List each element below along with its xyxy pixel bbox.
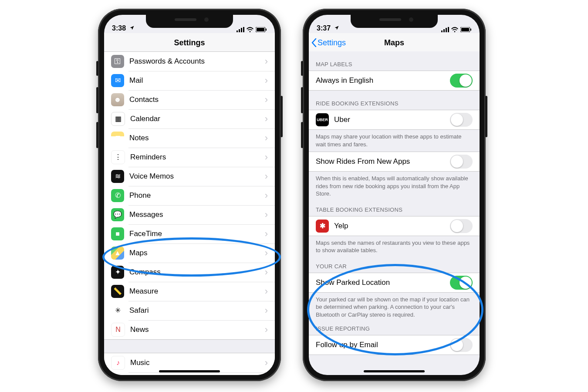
toggle-always-english[interactable] — [450, 74, 473, 88]
section-footer-parked: Your parked car will be shown on the map… — [309, 293, 480, 322]
yelp-icon: ✱ — [316, 220, 329, 233]
battery-icon — [256, 27, 267, 32]
row-yelp[interactable]: ✱ Yelp — [309, 216, 480, 236]
settings-row-maps[interactable]: ▲Maps› — [104, 243, 275, 263]
row-label: Measure — [129, 283, 265, 300]
settings-row-contacts[interactable]: ☻Contacts› — [104, 90, 275, 109]
row-label: Reminders — [130, 149, 265, 166]
settings-row-voice-memos[interactable]: ≋Voice Memos› — [104, 167, 275, 186]
news-icon: N — [111, 323, 125, 337]
notes-icon: ≣ — [111, 132, 124, 145]
chevron-right-icon: › — [265, 113, 268, 125]
cellular-icon — [237, 27, 244, 32]
row-show-rides[interactable]: Show Rides From New Apps — [309, 152, 480, 172]
row-show-parked[interactable]: Show Parked Location — [309, 273, 480, 293]
settings-row-measure[interactable]: 📏Measure› — [104, 282, 275, 301]
toggle-yelp[interactable] — [450, 219, 473, 233]
svg-rect-2 — [241, 28, 242, 32]
row-label: Music — [130, 354, 265, 372]
settings-row-calendar[interactable]: ▦Calendar› — [104, 109, 275, 128]
svg-rect-1 — [239, 29, 240, 32]
settings-row-tv[interactable]: ▶︎TV› — [104, 372, 275, 375]
section-header-ride-booking: RIDE BOOKING EXTENSIONS — [309, 91, 480, 110]
svg-rect-12 — [461, 28, 469, 31]
settings-list[interactable]: ⚿Passwords & Accounts›✉︎Mail›☻Contacts›▦… — [104, 51, 275, 375]
row-uber[interactable]: UBER Uber — [309, 110, 480, 130]
svg-rect-7 — [441, 30, 443, 32]
settings-row-reminders[interactable]: ⋮Reminders› — [104, 148, 275, 167]
toggle-show-parked[interactable] — [450, 276, 473, 290]
nav-bar: Settings Maps — [309, 33, 480, 53]
row-label: Voice Memos — [129, 168, 265, 185]
chevron-right-icon: › — [265, 286, 268, 297]
chevron-right-icon: › — [265, 132, 268, 144]
svg-rect-3 — [243, 27, 244, 32]
maps-icon: ▲ — [111, 247, 124, 260]
settings-row-messages[interactable]: 💬Messages› — [104, 205, 275, 224]
cellular-icon — [441, 27, 449, 32]
row-followup-email[interactable]: Follow up by Email — [309, 335, 480, 355]
row-label: Yelp — [334, 217, 450, 235]
section-footer-show-rides: When this is enabled, Maps will automati… — [309, 172, 480, 201]
maps-settings-list[interactable]: MAP LABELS Always in English RIDE BOOKIN… — [309, 51, 480, 375]
volume-up-button — [96, 87, 98, 113]
waveform-icon: ≋ — [111, 170, 124, 183]
location-arrow-icon — [334, 25, 339, 30]
phone-right: 3:37 — [303, 9, 486, 381]
volume-down-button — [301, 122, 303, 148]
home-indicator[interactable] — [159, 370, 220, 372]
notch — [351, 15, 438, 28]
volume-down-button — [96, 122, 98, 148]
svg-rect-5 — [257, 28, 264, 31]
reminders-icon: ⋮ — [111, 150, 125, 164]
row-label: Contacts — [129, 91, 265, 108]
nav-bar: Settings — [104, 33, 275, 53]
row-label: Phone — [129, 187, 265, 204]
row-label: Always in English — [316, 72, 450, 89]
row-label: Messages — [129, 206, 265, 223]
envelope-icon: ✉︎ — [111, 74, 124, 87]
mute-switch — [96, 61, 98, 76]
settings-row-notes[interactable]: ≣Notes› — [104, 128, 275, 148]
row-label: Calendar — [130, 110, 265, 128]
toggle-uber[interactable] — [450, 113, 473, 127]
settings-row-compass[interactable]: ✦Compass› — [104, 263, 275, 282]
settings-row-facetime[interactable]: ■FaceTime› — [104, 224, 275, 243]
settings-row-news[interactable]: NNews› — [104, 320, 275, 340]
back-label: Settings — [318, 38, 346, 47]
svg-rect-13 — [470, 29, 471, 31]
toggle-followup[interactable] — [450, 338, 473, 352]
row-label: Follow up by Email — [316, 336, 450, 354]
chevron-right-icon: › — [265, 171, 268, 182]
chevron-right-icon: › — [265, 75, 268, 86]
svg-rect-9 — [446, 28, 447, 32]
wifi-icon — [247, 27, 253, 32]
back-button[interactable]: Settings — [311, 33, 346, 52]
row-label: News — [130, 321, 265, 338]
row-always-english[interactable]: Always in English — [309, 71, 480, 91]
row-label: Show Parked Location — [316, 274, 450, 291]
chevron-right-icon: › — [265, 190, 268, 201]
compass-icon: ✦ — [111, 266, 124, 279]
settings-row-music[interactable]: ♪Music› — [104, 353, 275, 372]
home-indicator[interactable] — [364, 370, 425, 372]
phone-left: 3:38 Setti — [98, 9, 281, 381]
row-label: Maps — [129, 244, 265, 262]
row-label: Compass — [129, 264, 265, 281]
nav-title: Maps — [384, 38, 404, 47]
settings-row-safari[interactable]: ✳︎Safari› — [104, 301, 275, 320]
volume-up-button — [301, 87, 303, 113]
settings-row-passwords-accounts[interactable]: ⚿Passwords & Accounts› — [104, 51, 275, 71]
status-time: 3:37 — [317, 24, 331, 32]
settings-row-mail[interactable]: ✉︎Mail› — [104, 71, 275, 90]
toggle-show-rides[interactable] — [450, 155, 473, 169]
row-label: FaceTime — [129, 225, 265, 243]
settings-row-phone[interactable]: ✆Phone› — [104, 186, 275, 205]
chevron-right-icon: › — [265, 247, 268, 259]
section-gap — [104, 340, 275, 353]
section-header-table-booking: TABLE BOOKING EXTENSIONS — [309, 201, 480, 216]
svg-rect-10 — [448, 27, 449, 32]
battery-icon — [460, 27, 472, 32]
chevron-right-icon: › — [265, 228, 268, 240]
chevron-right-icon: › — [265, 56, 268, 67]
